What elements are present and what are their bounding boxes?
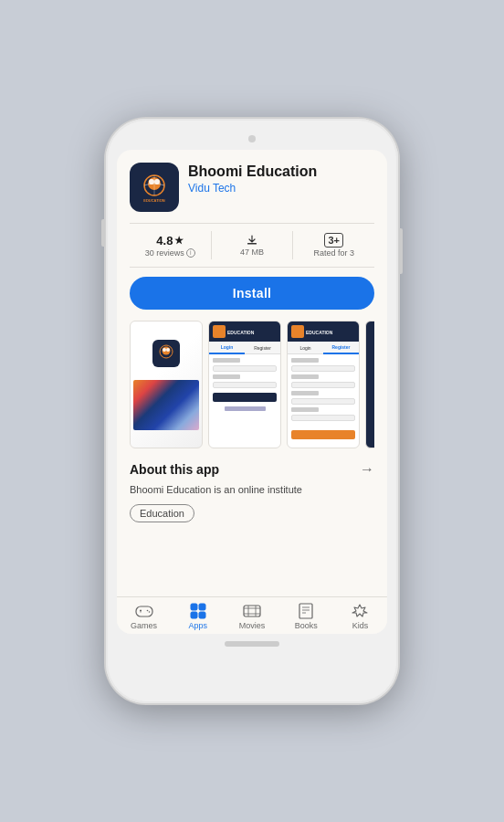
- apps-label: Apps: [189, 621, 208, 630]
- books-icon: [296, 603, 316, 619]
- phone-frame: EDUCATION Bhoomi Education Vidu Tech 4.8…: [106, 119, 398, 703]
- sc3-logo: [291, 325, 304, 338]
- sc2-register-tab: Register: [245, 342, 280, 354]
- about-header: About this app →: [130, 461, 374, 478]
- svg-rect-25: [199, 612, 205, 618]
- movies-icon: [242, 603, 262, 619]
- sc3-field2: [291, 382, 355, 388]
- screenshot-3: EDUCATION Login Register: [287, 321, 360, 448]
- sc2-field2: [213, 382, 277, 388]
- stat-age: 3+ Rated for 3: [292, 231, 374, 259]
- app-name: Bhoomi Education: [188, 163, 374, 180]
- screenshots-row: EDUCATION Login Register: [130, 321, 374, 450]
- download-icon: [246, 234, 258, 247]
- app-header: EDUCATION Bhoomi Education Vidu Tech: [130, 163, 374, 212]
- screenshot-4: [365, 321, 374, 448]
- stat-rating: 4.8★ 30 reviews i: [130, 231, 211, 259]
- age-badge: 3+: [324, 233, 343, 248]
- sc3-login-tab: Login: [288, 342, 323, 354]
- svg-rect-16: [136, 606, 152, 616]
- sc3-label4: [291, 407, 319, 412]
- apps-icon: [188, 603, 208, 619]
- sc2-field1: [213, 365, 277, 372]
- svg-rect-24: [191, 612, 197, 618]
- movies-icon-svg: [243, 604, 261, 618]
- app-icon-svg: EDUCATION: [132, 165, 176, 209]
- svg-point-21: [148, 611, 150, 613]
- svg-rect-22: [191, 604, 197, 610]
- app-icon: EDUCATION: [130, 163, 179, 212]
- sc2-label2: [213, 374, 240, 379]
- age-sub: Rated for 3: [313, 248, 354, 258]
- sc3-spacer: [291, 424, 355, 427]
- age-value: 3+: [324, 233, 343, 248]
- sc3-register-tab: Register: [323, 342, 359, 354]
- sc3-label1: [291, 358, 319, 363]
- screenshot-logo: [152, 340, 180, 367]
- sc2-title: EDUCATION: [227, 327, 255, 336]
- camera-dot: [248, 135, 256, 142]
- nav-item-games[interactable]: Games: [117, 603, 171, 630]
- nav-item-movies[interactable]: Movies: [225, 603, 278, 630]
- games-icon-svg: [135, 604, 153, 618]
- kids-icon: [350, 603, 370, 619]
- phone-home-button: [225, 641, 279, 647]
- sc2-login-tab: Login: [209, 342, 245, 354]
- sc3-label3: [291, 391, 319, 395]
- svg-text:EDUCATION: EDUCATION: [306, 330, 333, 335]
- sc3-label2: [291, 374, 319, 379]
- nav-item-books[interactable]: Books: [279, 603, 333, 630]
- sc3-field1: [291, 365, 355, 372]
- education-tag[interactable]: Education: [130, 504, 194, 522]
- about-description: Bhoomi Education is an online institute: [130, 483, 374, 497]
- sc3-field4: [291, 415, 355, 421]
- sc3-field3: [291, 398, 355, 405]
- sc2-login-btn: [213, 393, 277, 402]
- install-button[interactable]: Install: [130, 277, 374, 310]
- star-icon: ★: [174, 235, 184, 247]
- size-value: [246, 234, 258, 247]
- stat-size: 47 MB: [211, 231, 293, 259]
- sc2-header: EDUCATION: [209, 321, 280, 342]
- kids-icon-svg: [351, 603, 369, 619]
- sc2-body: [209, 354, 280, 448]
- about-title: About this app: [130, 462, 219, 477]
- sc3-register-btn: [291, 430, 355, 439]
- svg-text:EDUCATION: EDUCATION: [227, 330, 255, 335]
- svg-point-20: [146, 610, 148, 612]
- bottom-nav: Games Apps: [117, 596, 387, 634]
- books-icon-svg: [298, 603, 314, 619]
- sc3-title: EDUCATION: [306, 327, 333, 336]
- games-icon: [134, 603, 154, 619]
- svg-rect-26: [244, 606, 260, 616]
- sc3-body: [288, 354, 359, 448]
- size-sub: 47 MB: [240, 248, 264, 257]
- nav-item-kids[interactable]: Kids: [333, 603, 387, 630]
- sc3-header: EDUCATION: [288, 321, 359, 342]
- movies-label: Movies: [239, 621, 266, 630]
- info-icon: i: [186, 248, 195, 258]
- about-section: About this app → Bhoomi Education is an …: [130, 461, 374, 522]
- app-title-section: Bhoomi Education Vidu Tech: [188, 163, 374, 195]
- phone-screen: EDUCATION Bhoomi Education Vidu Tech 4.8…: [117, 150, 387, 634]
- sc2-forgot-link: [225, 406, 266, 411]
- apps-icon-svg: [190, 603, 206, 619]
- kids-label: Kids: [352, 621, 369, 630]
- svg-text:EDUCATION: EDUCATION: [143, 198, 165, 203]
- svg-rect-8: [247, 243, 257, 245]
- screenshot-2: EDUCATION Login Register: [208, 321, 281, 448]
- sc2-label1: [213, 358, 240, 363]
- rating-value: 4.8★: [156, 234, 184, 248]
- nav-item-apps[interactable]: Apps: [171, 603, 225, 630]
- games-label: Games: [131, 621, 157, 630]
- screenshot-colorblock: [133, 380, 199, 430]
- rating-sub: 30 reviews i: [145, 248, 195, 258]
- about-arrow-icon[interactable]: →: [360, 461, 374, 478]
- sc2-logo: [213, 325, 226, 338]
- sc3-tabs: Login Register: [288, 342, 359, 354]
- svg-rect-23: [199, 604, 205, 610]
- screenshot-app-icon: [152, 340, 180, 367]
- sc2-tabs: Login Register: [209, 342, 280, 354]
- app-developer: Vidu Tech: [188, 182, 374, 195]
- svg-point-12: [163, 348, 166, 352]
